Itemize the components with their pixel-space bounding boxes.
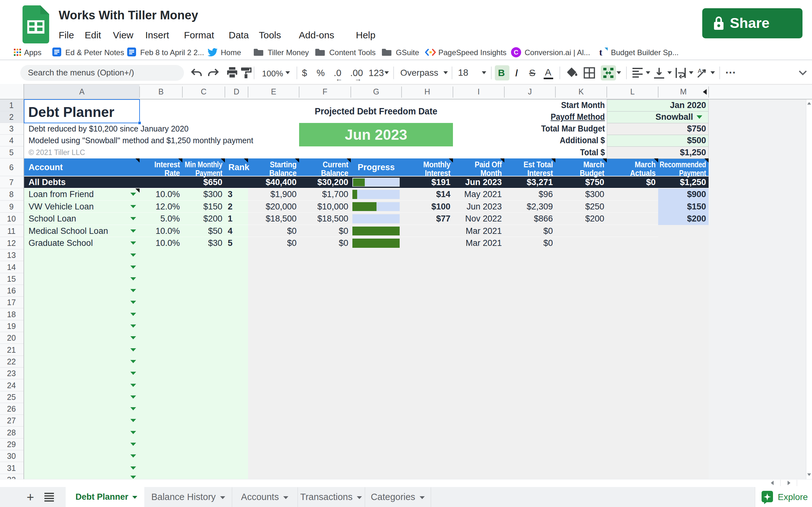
svg-text:A: A bbox=[698, 68, 702, 74]
svg-text:t: t bbox=[599, 47, 602, 57]
svg-text:C: C bbox=[514, 49, 518, 56]
